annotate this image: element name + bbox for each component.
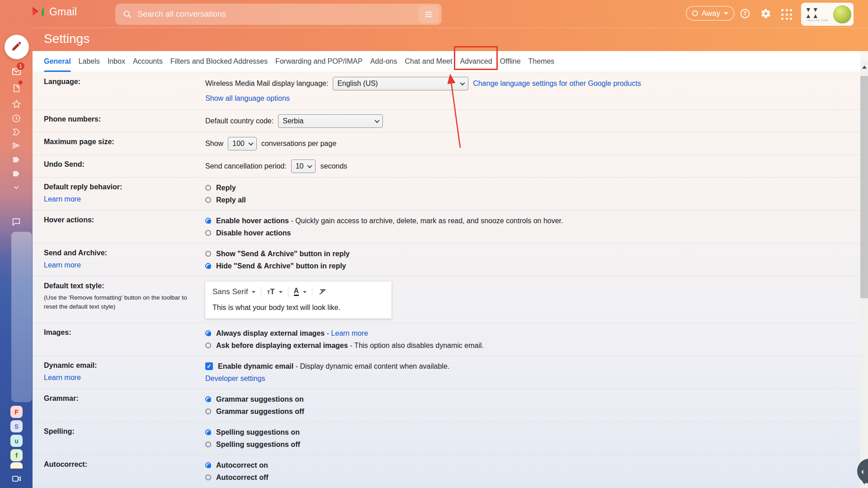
chat-avatar[interactable]: S <box>10 420 23 432</box>
scrollbar-thumb[interactable] <box>860 76 868 298</box>
settings-row-dynamic-email: Dynamic email: Learn more ✓Enable dynami… <box>33 356 860 389</box>
row-label: Default text style: <box>44 281 201 291</box>
chevron-down-icon <box>11 183 21 194</box>
profile-avatar[interactable] <box>833 5 851 23</box>
grammar-off-radio[interactable] <box>205 408 211 414</box>
row-label: Dynamic email: <box>44 360 201 371</box>
enable-hover-actions-radio[interactable] <box>205 218 211 224</box>
important-icon <box>11 127 21 139</box>
tab-forwarding-pop-imap[interactable]: Forwarding and POP/IMAP <box>275 51 363 72</box>
row-label: Language: <box>44 76 201 87</box>
always-display-images-radio[interactable] <box>205 330 211 336</box>
search-bar[interactable] <box>115 4 442 25</box>
developer-settings-link[interactable]: Developer settings <box>205 375 265 383</box>
show-all-language-options-link[interactable]: Show all language options <box>205 94 290 103</box>
country-code-select[interactable]: Serbia <box>278 114 383 128</box>
option-desc: - Quickly gain access to archive, delete… <box>289 217 563 225</box>
grammar-on-radio[interactable] <box>205 396 211 402</box>
help-button[interactable]: ? <box>737 6 753 23</box>
reply-all-radio[interactable] <box>205 197 211 203</box>
learn-more-link[interactable]: Learn more <box>331 329 368 337</box>
enable-dynamic-email-checkbox[interactable]: ✓ <box>205 362 213 370</box>
sidebar-item-starred[interactable] <box>0 98 33 112</box>
chevron-down-icon[interactable] <box>303 291 307 293</box>
compose-button[interactable] <box>5 35 29 59</box>
sidebar-item-inbox[interactable]: 1 <box>0 66 33 79</box>
select-value: English (US) <box>337 80 378 88</box>
page-size-select[interactable]: 100 <box>228 137 257 150</box>
chat-avatar[interactable]: u <box>10 435 23 447</box>
autocorrect-off-radio[interactable] <box>205 474 211 480</box>
send-icon <box>11 141 21 152</box>
tab-filters-blocked[interactable]: Filters and Blocked Addresses <box>170 51 268 72</box>
font-family-selector[interactable]: Sans Serif <box>212 287 248 296</box>
tab-addons[interactable]: Add-ons <box>370 51 397 72</box>
sidebar-item-label-1[interactable] <box>0 154 33 167</box>
sidebar-item-more[interactable] <box>0 182 33 195</box>
text-color-icon[interactable]: A <box>294 287 299 296</box>
sidebar-scroll-panel[interactable] <box>11 232 32 402</box>
tab-labels[interactable]: Labels <box>79 51 100 72</box>
sidebar-item-drafts[interactable] <box>0 82 33 96</box>
chat-avatar[interactable]: f <box>10 449 23 461</box>
status-selector[interactable]: Away <box>686 6 735 21</box>
tab-chat-meet[interactable]: Chat and Meet <box>405 51 452 72</box>
option-label: Grammar suggestions on <box>216 395 304 404</box>
font-size-icon[interactable]: TT <box>267 288 274 296</box>
learn-more-link[interactable]: Learn more <box>44 194 81 204</box>
gmail-settings-page: 1 <box>0 0 868 488</box>
settings-row-phone-numbers: Phone numbers: Default country code: Ser… <box>33 110 860 132</box>
spelling-on-radio[interactable] <box>205 429 211 435</box>
label-icon <box>12 155 21 166</box>
option-label: Autocorrect on <box>216 461 268 469</box>
tab-general[interactable]: General <box>44 51 71 72</box>
ask-before-images-radio[interactable] <box>205 343 211 348</box>
sidebar-item-label-2[interactable] <box>0 168 33 181</box>
sidebar-item-meet[interactable] <box>0 473 33 486</box>
row-label: Default reply behavior: <box>44 182 201 192</box>
chevron-down-icon[interactable] <box>279 291 283 293</box>
hide-send-archive-radio[interactable] <box>205 263 211 269</box>
row-label: Images: <box>44 327 201 338</box>
chat-icon <box>11 217 21 229</box>
learn-more-link[interactable]: Learn more <box>44 373 81 383</box>
scrollbar[interactable] <box>860 61 868 488</box>
cancellation-period-select[interactable]: 10 <box>291 160 316 173</box>
learn-more-link[interactable]: Learn more <box>44 260 81 270</box>
chevron-down-icon[interactable] <box>252 291 255 293</box>
option-label: Show "Send & Archive" button in reply <box>216 250 350 258</box>
disable-hover-actions-radio[interactable] <box>205 230 211 236</box>
row-label: Phone numbers: <box>44 114 201 125</box>
option-label: Always display external images <box>216 329 325 337</box>
google-apps-button[interactable] <box>778 6 795 23</box>
display-language-select[interactable]: English (US) <box>333 77 468 90</box>
toolbar-divider <box>312 286 312 297</box>
scroll-up-arrow[interactable] <box>862 66 867 69</box>
chevron-down-icon <box>724 12 728 15</box>
label-icon <box>12 169 21 180</box>
show-send-archive-radio[interactable] <box>205 251 211 257</box>
topbar: Gmail Away ? <box>0 0 868 28</box>
settings-row-images: Images: Always display external images -… <box>33 323 860 356</box>
reply-radio[interactable] <box>205 185 211 191</box>
tab-advanced-label: Advanced <box>460 57 492 66</box>
sidebar-item-snoozed[interactable] <box>0 113 33 126</box>
search-options-tune-icon[interactable] <box>418 5 439 23</box>
chat-avatar[interactable]: F <box>10 406 23 418</box>
search-input[interactable] <box>137 9 418 19</box>
settings-row-text-style: Default text style: (Use the 'Remove for… <box>33 277 860 323</box>
remove-formatting-icon[interactable] <box>318 287 327 296</box>
tab-accounts[interactable]: Accounts <box>133 51 163 72</box>
autocorrect-on-radio[interactable] <box>205 462 211 468</box>
sidebar-item-important[interactable] <box>0 126 33 140</box>
sidebar-item-sent[interactable] <box>0 140 33 153</box>
tab-advanced[interactable]: Advanced <box>460 51 492 72</box>
sidebar-item-chat[interactable] <box>0 216 33 230</box>
change-language-settings-link[interactable]: Change language settings for other Googl… <box>473 80 641 88</box>
tab-offline[interactable]: Offline <box>500 51 521 72</box>
tab-inbox[interactable]: Inbox <box>108 51 125 72</box>
spelling-off-radio[interactable] <box>205 441 211 447</box>
settings-gear-button[interactable] <box>758 6 774 23</box>
tab-themes[interactable]: Themes <box>528 51 555 72</box>
chat-avatar-partial[interactable] <box>10 462 23 469</box>
